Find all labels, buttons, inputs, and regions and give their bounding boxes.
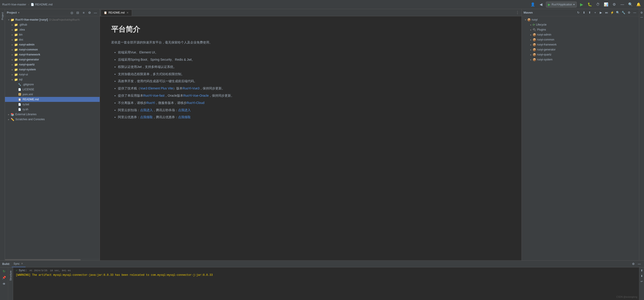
- wrap-icon[interactable]: ↩: [640, 279, 644, 284]
- link-ruoyi-vue3[interactable]: RuoYi-Vue3: [182, 86, 199, 90]
- run-button[interactable]: ▶: [578, 1, 585, 8]
- maven-ruoyi-common[interactable]: 📦 ruoyi-common: [522, 37, 639, 42]
- tree-item-rybat[interactable]: 📄 ry.bat: [5, 102, 100, 107]
- link-aliyun-discount[interactable]: 点我进入: [140, 108, 153, 112]
- tree-item-ruoyi-system[interactable]: 📁 ruoyi-system: [5, 67, 100, 72]
- bottom-minimize-icon[interactable]: —: [637, 261, 642, 266]
- maven-add-icon[interactable]: +: [593, 10, 598, 15]
- pin-icon[interactable]: 📌: [2, 275, 6, 280]
- maven-toggle-offline-icon[interactable]: ⚡: [610, 10, 614, 15]
- close-panel-icon[interactable]: —: [93, 10, 98, 15]
- user-icon[interactable]: 👤: [530, 1, 536, 8]
- link-aliyun-coupon[interactable]: 点我领取: [140, 115, 153, 119]
- maven-search-icon[interactable]: 🔍: [615, 10, 620, 15]
- tree-item-ruoyi-admin[interactable]: 📁 ruoyi-admin: [5, 42, 100, 47]
- scroll-top-icon[interactable]: ⬆: [640, 268, 644, 273]
- maven-ruoyi-generator[interactable]: 📦 ruoyi-generator: [522, 47, 639, 52]
- tree-item-idea[interactable]: 📁 .idea: [5, 27, 100, 32]
- sync-refresh-icon[interactable]: ↻: [2, 269, 6, 274]
- right-minimize-icon[interactable]: —: [640, 15, 644, 20]
- app-selector[interactable]: ▶ RuoYiApplication ▾: [546, 2, 577, 8]
- breadcrumb-project[interactable]: RuoYi-Vue-master: [2, 3, 26, 6]
- maven-generator-label: ruoyi-generator: [537, 48, 556, 51]
- link-tencent-sale[interactable]: 点我进入: [178, 108, 191, 112]
- tree-item-license[interactable]: 📄 LICENSE: [5, 87, 100, 92]
- tree-item-scratches[interactable]: ✏️ Scratches and Consoles: [5, 117, 100, 122]
- link-ruoyi-cloud[interactable]: RuoYi-Cloud: [187, 101, 204, 105]
- tree-item-ext-libs[interactable]: 📚 External Libraries: [5, 112, 100, 117]
- link-tencent-coupon[interactable]: 点我领取: [178, 115, 191, 119]
- sync-tab-close[interactable]: ✕: [20, 262, 24, 265]
- tree-item-bin[interactable]: 📁 bin: [5, 32, 100, 37]
- profile-button[interactable]: ⏱: [595, 1, 601, 8]
- ruoyi-framework-icon: 📁: [14, 53, 18, 56]
- tree-item-rysh[interactable]: 📄 ry.sh: [5, 107, 100, 112]
- link-ruoyi-oracle[interactable]: RuoYi-Vue-Oracle: [183, 94, 209, 97]
- license-label: LICENSE: [22, 88, 34, 91]
- debug-button[interactable]: 🐛: [586, 1, 593, 8]
- tree-item-pom[interactable]: 🅼 pom.xml: [5, 92, 100, 97]
- maven-root[interactable]: 📦 ruoyi: [522, 17, 639, 22]
- search-button[interactable]: 🔍: [627, 1, 634, 8]
- ruoyi-framework-arrow: [10, 53, 14, 56]
- sync-status-label: Sync: At 2024/3/25 18 sec, 841 ms: [19, 269, 71, 272]
- file-md-icon: 📄: [31, 3, 34, 6]
- notification-button[interactable]: 🔔: [636, 1, 642, 8]
- maven-download-icon[interactable]: ⬇: [582, 10, 586, 15]
- tree-item-gitignore[interactable]: 🔧 .gitignore: [5, 82, 100, 87]
- list-item-8: 不分离版本，请移步RuoYi，微服务版本，请移步RuoYi-Cloud: [118, 100, 510, 106]
- bottom-icons-right: ⚙ —: [631, 261, 642, 266]
- root-folder-icon: 📁: [10, 18, 14, 22]
- maven-minimize-icon[interactable]: —: [632, 10, 637, 15]
- tree-item-ruoyi-quartz[interactable]: 📁 ruoyi-quartz: [5, 62, 100, 67]
- maven-plugins[interactable]: 🔌 Plugins: [522, 27, 639, 32]
- bottom-settings-icon[interactable]: ⚙: [631, 261, 636, 266]
- project-dropdown-icon[interactable]: ▾: [18, 11, 20, 14]
- scroll-bottom-icon[interactable]: ⬇: [640, 274, 644, 278]
- maven-ruoyi-framework[interactable]: 📦 ruoyi-framework: [522, 42, 639, 47]
- eye-icon[interactable]: 👁: [2, 281, 6, 286]
- tree-item-ruoyi-common[interactable]: 📁 ruoyi-common: [5, 47, 100, 52]
- tree-root[interactable]: 📁 RuoYi-Vue-master [ruoyi] D:\JavaProjec…: [5, 17, 100, 22]
- maven-settings-icon[interactable]: ⚙: [626, 10, 632, 15]
- maven-refresh-icon[interactable]: ↻: [576, 10, 581, 15]
- maven-lifecycle[interactable]: ⟳ Lifecycle: [522, 22, 639, 27]
- tree-item-doc[interactable]: 📁 doc: [5, 37, 100, 42]
- sync-tab[interactable]: Sync ✕: [12, 261, 26, 267]
- right-settings-icon[interactable]: ⚙: [640, 11, 644, 15]
- coverage-button[interactable]: 📊: [603, 1, 609, 8]
- root-arrow: [7, 18, 10, 22]
- link-ruoyi-fast[interactable]: RuoYi-Vue-fast: [143, 94, 164, 97]
- maven-ruoyi-system[interactable]: 📦 ruoyi-system: [522, 57, 639, 62]
- project-strip-label[interactable]: Project: [1, 11, 4, 21]
- tree-item-ruoyi-framework[interactable]: 📁 ruoyi-framework: [5, 52, 100, 57]
- maven-wrench-icon[interactable]: 🔧: [621, 10, 626, 15]
- settings-icon[interactable]: ⚙: [87, 10, 92, 15]
- tree-item-readme[interactable]: 📋 README.md: [5, 97, 100, 102]
- link-ruoyi[interactable]: RuoYi: [146, 101, 155, 105]
- maven-ruoyi-quartz[interactable]: 📦 ruoyi-quartz: [522, 52, 639, 57]
- minimize-button[interactable]: —: [619, 1, 626, 8]
- tree-item-sql[interactable]: 📁 sql: [5, 77, 100, 82]
- tree-item-ruoyi-ui[interactable]: 📁 ruoyi-ui: [5, 72, 100, 77]
- project-panel: Project ▾ ◎ ⊟ ≡ ⚙ — 📁 RuoYi-Vue-master […: [5, 9, 100, 260]
- tree-item-ruoyi-generator[interactable]: 📁 ruoyi-generator: [5, 57, 100, 62]
- collapse-all-icon[interactable]: ⊟: [75, 10, 80, 15]
- maven-skip-icon[interactable]: ⏭: [604, 10, 609, 15]
- expand-icon[interactable]: ≡: [81, 10, 86, 15]
- ruoyi-system-label: ruoyi-system: [19, 68, 36, 71]
- maven-import-icon[interactable]: ⬆: [587, 10, 592, 15]
- link-vue3[interactable]: Vue3 Element Plus Vite: [140, 86, 173, 90]
- locate-icon[interactable]: ◎: [69, 10, 74, 15]
- settings-button[interactable]: ⚙: [611, 1, 617, 8]
- maven-ruoyi-admin[interactable]: 📦 ruoyi-admin: [522, 32, 639, 37]
- maven-root-label: ruoyi: [532, 18, 538, 21]
- tab-close-button[interactable]: ✕: [126, 11, 129, 14]
- tab-readme[interactable]: 📋 README.md ✕: [101, 10, 132, 16]
- tab-more-icon[interactable]: ⋮: [514, 11, 520, 15]
- log-warning-line: [WARNING] The artifact mysql:mysql-conne…: [16, 273, 636, 277]
- structure-label[interactable]: Structure: [9, 269, 12, 282]
- back-icon[interactable]: ◀: [538, 1, 544, 8]
- tree-item-github[interactable]: 📁 .github: [5, 22, 100, 27]
- maven-run-icon[interactable]: ▶: [598, 10, 603, 15]
